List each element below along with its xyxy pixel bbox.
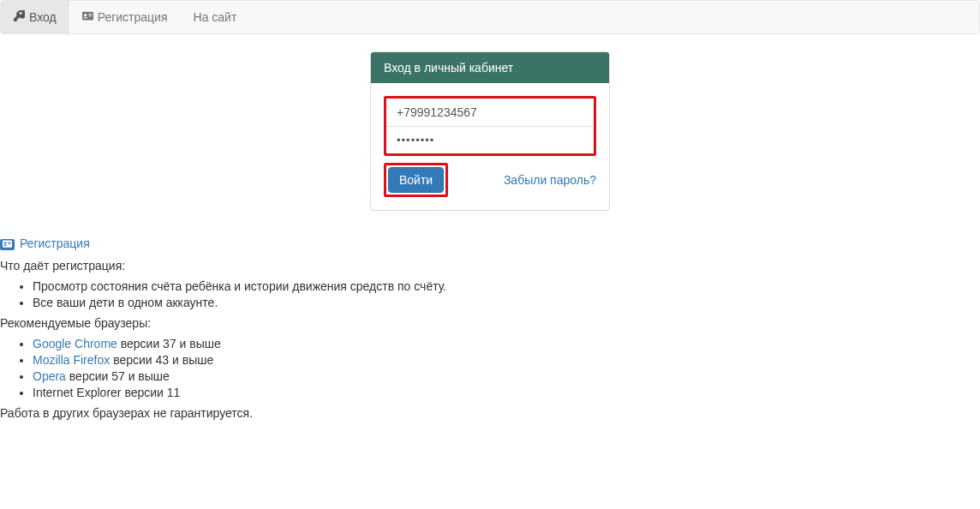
submit-highlight: Войти [384,163,448,197]
login-panel: Вход в личный кабинет •••••••• Войти Заб… [370,51,610,211]
inputs-highlight: •••••••• [384,96,596,156]
panel-body: •••••••• Войти Забыли пароль? [371,83,609,210]
list-item: Mozilla Firefox версии 43 и выше [33,353,980,367]
list-item: Все ваши дети в одном аккаунте. [33,296,980,309]
id-card-icon [0,239,15,250]
svg-rect-2 [88,14,92,15]
info-block: Что даёт регистрация: Просмотр состояния… [0,259,980,420]
navbar: Вход Регистрация На сайт [0,0,980,34]
register-row: Регистрация [0,237,980,250]
chrome-suffix: версии 37 и выше [117,337,221,350]
list-item: Opera версии 57 и выше [33,369,980,383]
benefits-list: Просмотр состояния счёта ребёнка и истор… [17,279,980,309]
svg-rect-9 [3,245,6,246]
nav-register[interactable]: Регистрация [69,1,181,33]
svg-point-1 [84,14,87,16]
nav-login-label: Вход [29,10,57,24]
nav-site[interactable]: На сайт [181,1,250,33]
register-link[interactable]: Регистрация [20,237,90,250]
login-button[interactable]: Войти [388,167,444,193]
nav-login[interactable]: Вход [1,1,69,33]
benefits-title: Что даёт регистрация: [0,259,980,272]
forgot-password-link[interactable]: Забыли пароль? [504,173,596,187]
password-input[interactable]: •••••••• [386,127,594,153]
phone-input[interactable] [386,99,594,127]
browsers-list: Google Chrome версии 37 и выше Mozilla F… [17,337,980,399]
svg-rect-4 [83,17,87,18]
firefox-suffix: версии 43 и выше [110,353,213,367]
id-card-icon [82,10,93,24]
firefox-link[interactable]: Mozilla Firefox [33,353,110,367]
panel-title: Вход в личный кабинет [371,52,609,83]
browsers-title: Рекомендуемые браузеры: [0,316,980,330]
key-icon [14,10,25,24]
nav-site-label: На сайт [194,10,237,24]
nav-register-label: Регистрация [98,10,168,24]
opera-link[interactable]: Opera [33,369,66,383]
svg-rect-3 [88,15,92,16]
list-item: Internet Explorer версии 11 [33,386,980,399]
opera-suffix: версии 57 и выше [66,369,170,383]
list-item: Google Chrome версии 37 и выше [33,337,980,350]
chrome-link[interactable]: Google Chrome [33,337,117,350]
svg-rect-8 [8,243,10,244]
disclaimer: Работа в других браузерах не гарантирует… [0,406,980,420]
svg-point-6 [4,242,7,244]
svg-rect-7 [8,242,10,243]
list-item: Просмотр состояния счёта ребёнка и истор… [33,279,980,293]
